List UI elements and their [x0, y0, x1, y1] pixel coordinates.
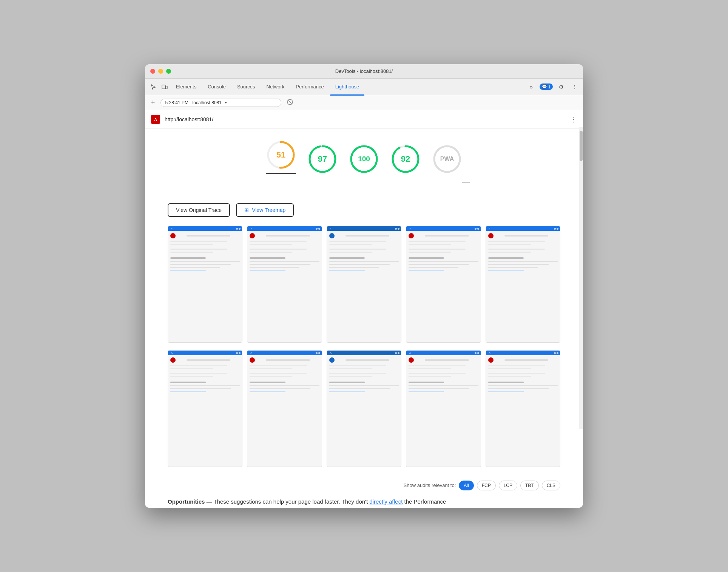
titlebar: DevTools - localhost:8081/	[145, 64, 583, 79]
settings-button[interactable]: ⚙	[556, 82, 566, 92]
svg-rect-0	[162, 85, 165, 89]
view-treemap-button[interactable]: ⊞ View Treemap	[236, 203, 294, 217]
address-input[interactable]: 5:28:41 PM - localhost:8081	[160, 99, 281, 107]
screenshot-thumb: A	[168, 350, 242, 467]
treemap-icon: ⊞	[244, 207, 249, 213]
score-seo: 92	[390, 144, 421, 174]
lighthouse-logo: A	[152, 116, 159, 123]
score-pwa: PWA	[432, 144, 462, 174]
pwa-indicator: —	[145, 178, 583, 194]
score-underline-performance	[266, 173, 296, 174]
main-wrapper: A http://localhost:8081/ ⋮	[145, 110, 583, 507]
svg-line-3	[288, 100, 292, 104]
score-circle-best-practices: 100	[349, 144, 379, 174]
no-sign-icon[interactable]	[287, 99, 293, 107]
thumb-topbar: A	[327, 226, 401, 231]
audit-filter-section: Show audits relevant to: All FCP LCP TBT…	[145, 475, 583, 495]
screenshots-grid-row1: A	[145, 226, 583, 350]
score-circle-seo: 92	[390, 144, 421, 174]
score-value-performance: 51	[276, 150, 285, 160]
score-circle-pwa: PWA	[432, 144, 462, 174]
notification-badge[interactable]: 💬 1	[540, 83, 553, 90]
new-tab-button[interactable]: +	[149, 98, 157, 107]
score-value-best-practices: 100	[358, 155, 370, 163]
scrollbar-thumb[interactable]	[580, 131, 583, 161]
screenshot-thumb: A	[247, 226, 322, 343]
url-more-options-button[interactable]: ⋮	[570, 115, 577, 124]
devtools-window: DevTools - localhost:8081/ Elements Cons…	[145, 64, 583, 507]
address-bar: + 5:28:41 PM - localhost:8081	[145, 95, 583, 110]
view-original-trace-button[interactable]: View Original Trace	[168, 203, 230, 217]
filter-tbt-button[interactable]: TBT	[520, 481, 539, 490]
more-tabs-button[interactable]: »	[526, 82, 537, 92]
opportunities-section: Opportunities — These suggestions can he…	[145, 495, 583, 508]
buttons-section: View Original Trace ⊞ View Treemap	[145, 194, 583, 226]
score-best-practices: 100	[349, 144, 379, 174]
filter-cls-button[interactable]: CLS	[542, 481, 560, 490]
scores-section: 51 97	[145, 128, 583, 178]
score-value-seo: 92	[401, 154, 410, 164]
screenshots-grid-row2: A	[145, 350, 583, 475]
tab-sources[interactable]: Sources	[232, 81, 261, 93]
screenshot-thumb: A	[247, 350, 322, 467]
minimize-button[interactable]	[158, 69, 163, 74]
close-button[interactable]	[150, 69, 155, 74]
traffic-lights	[150, 69, 171, 74]
scrollbar[interactable]	[579, 127, 583, 429]
screenshot-thumb: A	[406, 350, 481, 467]
tab-elements[interactable]: Elements	[171, 81, 202, 93]
thumb-topbar: A	[168, 226, 242, 231]
score-performance: 51	[266, 140, 296, 174]
window-title: DevTools - localhost:8081/	[335, 68, 393, 74]
lighthouse-urlbar: A http://localhost:8081/ ⋮	[145, 110, 583, 128]
screenshot-thumb: A	[327, 350, 401, 467]
screenshot-thumb: A	[168, 226, 242, 343]
tab-lighthouse[interactable]: Lighthouse	[330, 81, 365, 93]
block-icon	[287, 99, 293, 105]
dropdown-arrow-icon	[224, 101, 228, 105]
more-options-button[interactable]: ⋮	[569, 82, 580, 92]
tabs-bar: Elements Console Sources Network Perform…	[145, 79, 583, 95]
cursor-icon[interactable]	[148, 82, 159, 92]
score-accessibility: 97	[307, 144, 338, 174]
page-url: http://localhost:8081/	[165, 116, 566, 122]
tab-performance[interactable]: Performance	[290, 81, 329, 93]
tab-console[interactable]: Console	[202, 81, 231, 93]
directly-affect-link[interactable]: directly affect	[369, 498, 403, 505]
thumb-topbar: A	[406, 226, 480, 231]
opportunities-description: Opportunities — These suggestions can he…	[168, 498, 560, 505]
score-value-accessibility: 97	[318, 154, 327, 164]
main-content: 51 97	[145, 128, 583, 507]
screenshot-thumb: A	[486, 226, 560, 343]
screenshot-thumb: A	[406, 226, 481, 343]
score-circle-performance: 51	[266, 140, 296, 170]
tab-network[interactable]: Network	[261, 81, 290, 93]
svg-rect-1	[165, 86, 167, 89]
lighthouse-favicon: A	[151, 115, 160, 124]
filter-all-button[interactable]: All	[459, 481, 474, 490]
filter-fcp-button[interactable]: FCP	[477, 481, 496, 490]
thumb-topbar: A	[486, 226, 560, 231]
score-circle-accessibility: 97	[307, 144, 338, 174]
svg-text:A: A	[154, 117, 157, 122]
tab-icons-group: » 💬 1 ⚙ ⋮	[526, 82, 580, 92]
screenshot-thumb: A	[327, 226, 401, 343]
filter-lcp-button[interactable]: LCP	[499, 481, 517, 490]
filter-label: Show audits relevant to:	[404, 482, 456, 488]
device-toggle-icon[interactable]	[159, 82, 170, 92]
score-value-pwa: PWA	[440, 156, 454, 162]
screenshot-thumb: A	[486, 350, 560, 467]
thumb-topbar: A	[247, 226, 321, 231]
fullscreen-button[interactable]	[166, 69, 171, 74]
